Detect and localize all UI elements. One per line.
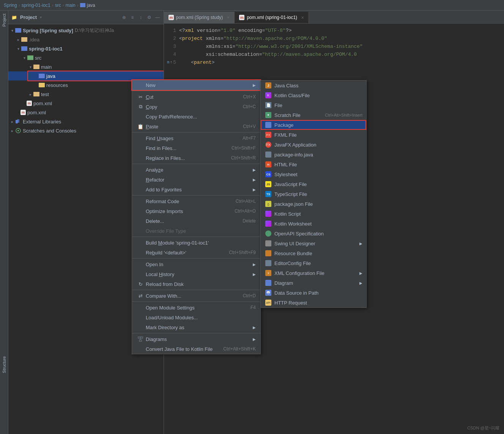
fxml-label: FXML File bbox=[274, 132, 362, 138]
submenu-openapi[interactable]: OpenAPI Specification bbox=[261, 229, 366, 238]
panel-dropdown-icon: ▾ bbox=[40, 15, 42, 19]
submenu-scratch[interactable]: ✦ Scratch File Ctrl+Alt+Shift+Insert bbox=[261, 110, 366, 120]
menu-item-find-usages[interactable]: Find Usages Alt+F7 bbox=[132, 133, 260, 143]
submenu-kotlin-class[interactable]: K Kotlin Class/File bbox=[261, 90, 366, 100]
menu-item-diagrams[interactable]: Diagrams ▶ bbox=[132, 334, 260, 344]
history-label: Local History bbox=[146, 271, 250, 277]
menu-item-paste[interactable]: 📋 Paste Ctrl+V bbox=[132, 122, 260, 131]
find-usages-label: Find Usages bbox=[146, 136, 235, 141]
menu-item-replace-files[interactable]: Replace in Files... Ctrl+Shift+R bbox=[132, 153, 260, 163]
minimize-icon[interactable]: — bbox=[154, 14, 161, 21]
diagrams-icon bbox=[137, 336, 144, 342]
submenu-json[interactable]: {} package.json File bbox=[261, 199, 366, 209]
submenu-kotlin-script[interactable]: Kotlin Script bbox=[261, 209, 366, 219]
menu-item-load-modules[interactable]: Load/Unload Modules... bbox=[132, 312, 260, 322]
replace-files-label: Replace in Files... bbox=[146, 155, 224, 161]
menu-item-optimize[interactable]: Optimize Imports Ctrl+Alt+O bbox=[132, 206, 260, 216]
menu-item-cut[interactable]: ✂ Cut Ctrl+X bbox=[132, 92, 260, 102]
editorconfig-icon bbox=[265, 259, 272, 267]
kotlin-class-label: Kotlin Class/File bbox=[274, 93, 362, 98]
compare-label: Compare With... bbox=[146, 293, 235, 299]
submenu-ts[interactable]: TS TypeScript File bbox=[261, 189, 366, 199]
find-files-label: Find in Files... bbox=[146, 145, 224, 151]
tree-item-main[interactable]: main bbox=[8, 62, 164, 71]
menu-item-reload[interactable]: ↻ Reload from Disk bbox=[132, 279, 260, 289]
menu-item-refactor[interactable]: Refactor ▶ bbox=[132, 175, 260, 185]
menu-item-delete[interactable]: Delete... Delete bbox=[132, 216, 260, 226]
compare-icon: ⇄ bbox=[137, 293, 144, 299]
submenu-fxml[interactable]: FX FXML File bbox=[261, 130, 366, 140]
sort-icon[interactable]: ↕ bbox=[138, 14, 144, 21]
submenu-xml[interactable]: X XML Configuration File ▶ bbox=[261, 268, 366, 278]
pom1-label: pom.xml bbox=[33, 101, 52, 106]
project-tab[interactable]: Project bbox=[2, 14, 6, 27]
find-files-shortcut: Ctrl+Shift+F bbox=[232, 145, 256, 151]
bc-spring[interactable]: Spring bbox=[4, 3, 17, 8]
submenu-swing[interactable]: Swing UI Designer ▶ bbox=[261, 238, 366, 248]
idea-label: .idea bbox=[29, 37, 39, 43]
menu-item-build[interactable]: Build Module 'spring-01-ioc1' bbox=[132, 238, 260, 248]
menu-item-find-files[interactable]: Find in Files... Ctrl+Shift+F bbox=[132, 143, 260, 153]
menu-item-copy-path[interactable]: Copy Path/Reference... bbox=[132, 112, 260, 122]
submenu-kotlin-ws[interactable]: Kotlin Worksheet bbox=[261, 219, 366, 229]
bc-main[interactable]: main bbox=[66, 3, 76, 8]
svg-rect-6 bbox=[141, 337, 143, 338]
submenu-package-info[interactable]: package-info.java bbox=[261, 150, 366, 159]
menu-item-convert[interactable]: Convert Java File to Kotlin File Ctrl+Al… bbox=[132, 344, 260, 354]
new-label: New bbox=[146, 82, 250, 88]
menu-item-copy[interactable]: ⧉ Copy Ctrl+C bbox=[132, 102, 260, 112]
ts-label: TypeScript File bbox=[274, 191, 362, 197]
collapse-icon[interactable]: ≡ bbox=[129, 14, 135, 21]
submenu-java-class[interactable]: J Java Class bbox=[261, 80, 366, 90]
datasource-label: Data Source in Path bbox=[274, 290, 362, 296]
separator-8 bbox=[132, 301, 260, 302]
bc-spring01[interactable]: spring-01-ioc1 bbox=[22, 3, 50, 8]
cut-icon: ✂ bbox=[137, 94, 144, 100]
menu-item-reformat[interactable]: Reformat Code Ctrl+Alt+L bbox=[132, 196, 260, 206]
separator-3 bbox=[132, 164, 260, 164]
menu-item-mark-dir[interactable]: Mark Directory as ▶ bbox=[132, 322, 260, 332]
menu-item-favorites[interactable]: Add to Favorites ▶ bbox=[132, 185, 260, 194]
bc-src[interactable]: src bbox=[55, 3, 61, 8]
submenu-stylesheet[interactable]: CS Stylesheet bbox=[261, 169, 366, 179]
submenu-package[interactable]: Package bbox=[261, 120, 366, 130]
submenu-resource[interactable]: Resource Bundle bbox=[261, 248, 366, 258]
settings-icon[interactable]: ⚙ bbox=[146, 14, 152, 21]
submenu-editorconfig[interactable]: EditorConfig File bbox=[261, 258, 366, 268]
scratches-icon bbox=[15, 128, 21, 133]
bc-java[interactable]: java bbox=[80, 3, 95, 8]
menu-item-open-in[interactable]: Open In ▶ bbox=[132, 259, 260, 269]
tab-pom-spring01[interactable]: m pom.xml (spring-01-ioc1) ✕ bbox=[235, 12, 309, 23]
tab-pom-spring-study[interactable]: m pom.xml (Spring study) ✕ bbox=[164, 12, 235, 23]
submenu-file[interactable]: 📄 File bbox=[261, 100, 366, 110]
tree-item-java[interactable]: java bbox=[8, 71, 164, 80]
diagram-icon bbox=[265, 279, 272, 287]
diagram-label: Diagram bbox=[274, 280, 359, 286]
tree-item-idea[interactable]: .idea bbox=[8, 35, 164, 44]
package-label: Package bbox=[274, 122, 362, 128]
submenu-javafx[interactable]: FX JavaFX Application bbox=[261, 140, 366, 150]
submenu-diagram[interactable]: Diagram ▶ bbox=[261, 278, 366, 288]
tab-label-1: pom.xml (Spring study) bbox=[176, 15, 223, 20]
menu-item-rebuild[interactable]: Rebuild '<default>' Ctrl+Shift+F9 bbox=[132, 248, 260, 257]
tab-close-2[interactable]: ✕ bbox=[301, 16, 304, 20]
locate-icon[interactable]: ⊕ bbox=[121, 14, 127, 21]
tree-item-src[interactable]: src bbox=[8, 53, 164, 62]
menu-item-module-settings[interactable]: Open Module Settings F4 bbox=[132, 303, 260, 312]
submenu-http[interactable]: API HTTP Request bbox=[261, 298, 366, 308]
tab-label-2: pom.xml (spring-01-ioc1) bbox=[247, 15, 297, 20]
menu-item-analyze[interactable]: Analyze ▶ bbox=[132, 165, 260, 175]
menu-item-history[interactable]: Local History ▶ bbox=[132, 269, 260, 279]
structure-tab[interactable]: Structure bbox=[2, 356, 6, 373]
submenu-js[interactable]: JS JavaScript File bbox=[261, 179, 366, 189]
submenu-html[interactable]: H HTML File bbox=[261, 159, 366, 169]
submenu-datasource[interactable]: Data Source in Path bbox=[261, 288, 366, 298]
tree-item-spring[interactable]: Spring [Spring study] D:\学习笔记\狂神Ja bbox=[8, 26, 164, 35]
scratch-label: Scratch File bbox=[274, 112, 325, 118]
file-label: File bbox=[274, 103, 362, 108]
tree-item-spring01[interactable]: spring-01-ioc1 bbox=[8, 44, 164, 53]
tab-close-1[interactable]: ✕ bbox=[227, 16, 230, 20]
submenu-new: J Java Class K Kotlin Class/File 📄 File … bbox=[260, 80, 367, 308]
menu-item-new[interactable]: New ▶ J Java Class K Kotlin Class/File 📄… bbox=[132, 80, 260, 90]
menu-item-compare[interactable]: ⇄ Compare With... Ctrl+D bbox=[132, 291, 260, 301]
